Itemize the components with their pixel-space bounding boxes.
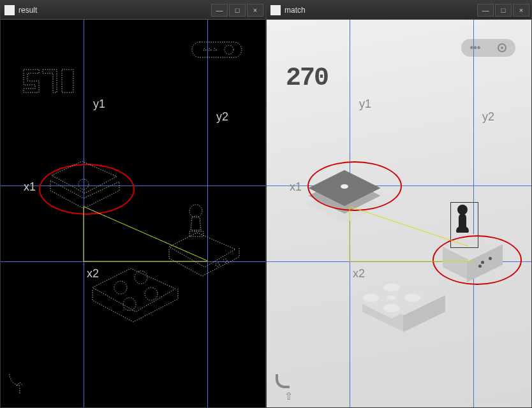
edge-outlines [1,20,265,407]
window-controls: — □ × [477,4,530,17]
svg-point-13 [135,271,147,284]
close-button[interactable]: × [247,4,263,17]
minimize-button[interactable]: — [477,4,494,17]
result-canvas: y1 y2 x1 x2 [1,20,265,407]
guide-y2-line [207,20,208,407]
svg-point-7 [214,48,216,51]
match-canvas: 270 ••• y1 y2 x1 x2 [267,20,531,407]
svg-point-6 [209,48,211,51]
label-x2: x2 [353,267,365,280]
window-match: match — □ × 270 ••• y1 y2 x1 x2 [266,0,532,408]
corner-decoration [276,374,290,388]
titlebar-match[interactable]: match — □ × [267,1,531,20]
maximize-button[interactable]: □ [495,4,512,17]
more-icon: ••• [470,42,481,54]
svg-point-14 [145,288,158,300]
svg-rect-3 [192,42,242,57]
window-title: match [284,6,477,15]
svg-point-12 [114,281,127,294]
pattern-block [350,286,432,337]
window-result: result — □ × y1 y2 x1 x2 [0,0,266,408]
label-y1: y1 [359,98,371,111]
label-y1: y1 [93,98,105,111]
app-icon [4,5,15,15]
maximize-button[interactable]: □ [229,4,246,17]
score-text: 270 [286,61,328,92]
label-x1: x1 [290,180,302,194]
share-icon[interactable]: ⇧ [284,390,293,402]
minimize-button[interactable]: — [211,4,228,17]
guide-x2-line [1,261,265,262]
close-button[interactable]: × [513,4,529,17]
ellipse-target-2 [432,235,522,285]
svg-point-10 [216,263,219,266]
svg-line-2 [84,207,207,261]
overlay-lines [1,20,265,407]
label-x2: x2 [87,267,99,280]
svg-point-9 [189,205,202,217]
target-icon [498,43,506,52]
menu-pill[interactable]: ••• [461,39,515,57]
svg-point-4 [225,45,233,54]
svg-point-11 [223,259,227,263]
svg-point-5 [203,48,206,51]
svg-point-15 [123,298,136,310]
label-x1: x1 [24,180,36,194]
window-controls: — □ × [211,4,264,17]
label-y2: y2 [482,110,494,124]
window-title: result [18,6,211,15]
ellipse-target-1 [307,161,402,211]
label-y2: y2 [216,110,228,124]
ellipse-target-1 [39,164,135,215]
titlebar-result[interactable]: result — □ × [1,1,265,20]
app-icon [270,5,281,15]
